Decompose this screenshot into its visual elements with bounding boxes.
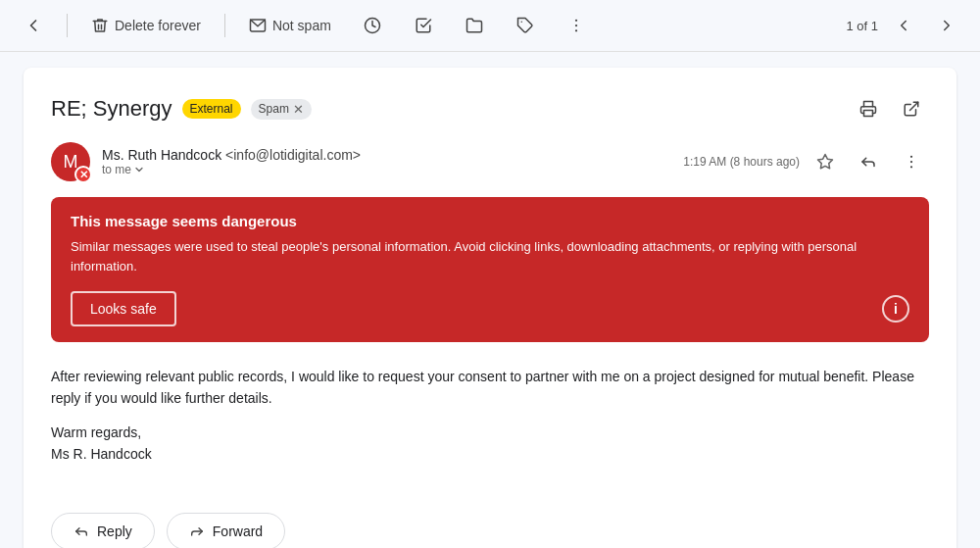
body-signature: Ms R. Handcock [51, 446, 152, 462]
looks-safe-button[interactable]: Looks safe [71, 291, 176, 326]
not-spam-button[interactable]: Not spam [241, 11, 339, 40]
remove-spam-badge-button[interactable]: ✕ [293, 102, 304, 117]
sender-row: M ✕ Ms. Ruth Handcock <info@lotidigital.… [51, 142, 929, 181]
sender-avatar: M ✕ [51, 142, 90, 181]
move-to-button[interactable] [457, 8, 492, 43]
external-badge: External [182, 99, 241, 119]
forward-icon [189, 523, 205, 539]
action-buttons-row: Reply Forward [51, 513, 929, 548]
email-body: After reviewing relevant public records,… [51, 362, 929, 481]
svg-marker-8 [818, 155, 833, 169]
reply-button-header[interactable] [851, 144, 886, 179]
snooze-button[interactable] [355, 8, 390, 43]
more-message-options-button[interactable] [894, 144, 929, 179]
spam-badge-label: Spam [259, 102, 289, 116]
sender-actions: 1:19 AM (8 hours ago) [683, 144, 929, 179]
mark-as-done-button[interactable] [406, 8, 441, 43]
sender-info: M ✕ Ms. Ruth Handcock <info@lotidigital.… [51, 142, 361, 181]
danger-actions: Looks safe i [71, 291, 909, 326]
email-subject: RE; Synergy [51, 96, 172, 122]
reply-action-button[interactable]: Reply [51, 513, 155, 548]
toolbar-divider [67, 14, 68, 37]
reply-icon [74, 523, 89, 539]
pagination: 1 of 1 [846, 19, 878, 33]
toolbar-left: Delete forever Not spam [16, 8, 834, 43]
sender-name-row: Ms. Ruth Handcock <info@lotidigital.com> [102, 147, 361, 163]
toolbar: Delete forever Not spam [0, 0, 980, 52]
svg-rect-6 [864, 111, 873, 117]
sender-email: <info@lotidigital.com> [225, 147, 361, 163]
email-timestamp: 1:19 AM (8 hours ago) [683, 155, 800, 169]
forward-label: Forward [213, 523, 263, 539]
sender-to-row[interactable]: to me [102, 163, 361, 176]
body-paragraph: After reviewing relevant public records,… [51, 366, 929, 410]
spam-badge: Spam ✕ [251, 99, 312, 120]
toolbar-divider2 [224, 14, 225, 37]
subject-left: RE; Synergy External Spam ✕ [51, 96, 312, 122]
svg-point-11 [910, 166, 912, 168]
danger-title: This message seems dangerous [71, 213, 909, 229]
body-closing: Warm regards, Ms R. Handcock [51, 422, 929, 466]
avatar-warning-icon: ✕ [74, 166, 92, 183]
danger-warning-box: This message seems dangerous Similar mes… [51, 197, 929, 342]
svg-point-10 [910, 161, 912, 163]
forward-action-button[interactable]: Forward [167, 513, 285, 548]
subject-actions [851, 91, 929, 126]
newer-button[interactable] [886, 8, 921, 43]
more-options-button[interactable] [559, 8, 594, 43]
star-button[interactable] [808, 144, 843, 179]
print-button[interactable] [851, 91, 886, 126]
danger-info-button[interactable]: i [882, 295, 909, 323]
reply-label: Reply [97, 523, 132, 539]
pagination-text: 1 of 1 [846, 19, 878, 33]
sender-details: Ms. Ruth Handcock <info@lotidigital.com>… [102, 147, 361, 176]
svg-point-9 [910, 156, 912, 158]
to-label: to me [102, 163, 131, 176]
danger-text: Similar messages were used to steal peop… [71, 237, 909, 275]
svg-point-4 [575, 25, 577, 26]
not-spam-label: Not spam [272, 18, 331, 33]
svg-line-7 [910, 102, 918, 110]
sender-name: Ms. Ruth Handcock [102, 147, 221, 163]
delete-forever-label: Delete forever [115, 18, 201, 33]
labels-button[interactable] [508, 8, 543, 43]
older-button[interactable] [929, 8, 964, 43]
back-button[interactable] [16, 8, 51, 43]
subject-row: RE; Synergy External Spam ✕ [51, 91, 929, 126]
toolbar-right: 1 of 1 [846, 8, 964, 43]
open-in-new-button[interactable] [894, 91, 929, 126]
svg-point-5 [575, 29, 577, 31]
svg-point-3 [575, 20, 577, 22]
email-container: RE; Synergy External Spam ✕ [24, 68, 956, 548]
delete-forever-button[interactable]: Delete forever [83, 11, 209, 40]
body-closing-text: Warm regards, [51, 424, 141, 440]
